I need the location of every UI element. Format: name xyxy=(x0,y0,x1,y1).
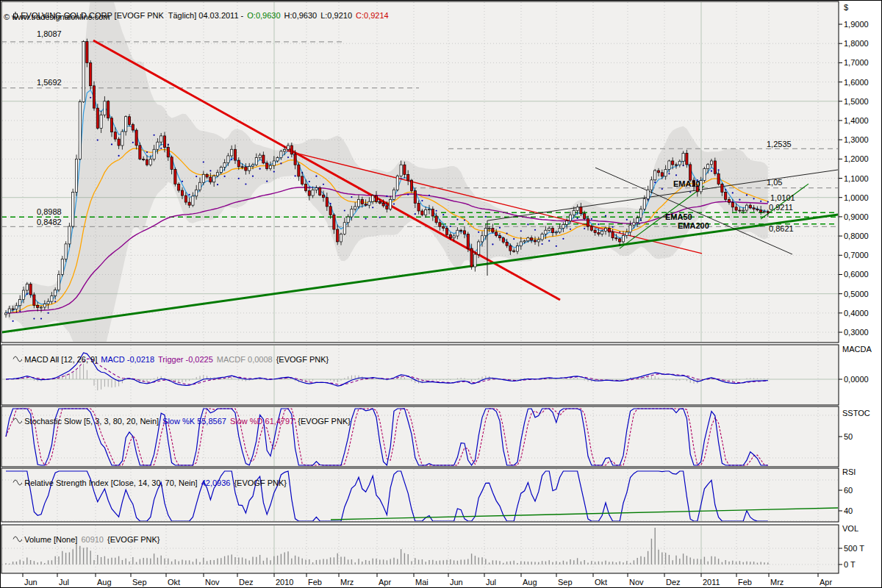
macd-trigger-value: Trigger -0,0225 xyxy=(158,355,213,364)
stochastic-d-value: Slow %D 61,4797 xyxy=(230,417,294,426)
panel-tick-label: 0 T xyxy=(844,560,856,569)
price-level-label: 0,8482 xyxy=(37,218,62,226)
panel-tick-label: 60 xyxy=(844,486,853,495)
month-tick-label: 2011 xyxy=(703,578,720,587)
price-level-label: 0,8988 xyxy=(37,207,62,216)
panel-tick-label: 50 xyxy=(844,432,853,441)
month-tick-label: Jul xyxy=(486,578,496,587)
price-tick-label: 0,4000 xyxy=(844,309,869,318)
macd-value: MACD -0,0218 xyxy=(101,355,154,364)
price-tick-label: 0,8000 xyxy=(844,232,869,240)
ema-label: EMA50 xyxy=(665,212,692,221)
price-tick-label: 0,7000 xyxy=(844,251,869,259)
indicator-wave-icon xyxy=(12,478,22,487)
price-tick-label: 1,8000 xyxy=(844,39,869,48)
price-tick-label: 1,3000 xyxy=(844,135,869,144)
month-tick-label: Sep xyxy=(132,578,147,587)
volume-value: 60910 xyxy=(81,535,104,544)
month-tick-label: Apr xyxy=(379,578,391,587)
panel-axis-name: VOL xyxy=(842,524,858,533)
panel-axis-name: RSI xyxy=(842,467,856,476)
month-tick-label: Dez xyxy=(239,578,254,587)
chart-canvas[interactable]: 1,80871,56921,25351,051,01010,92110,8988… xyxy=(0,0,882,588)
price-tick-label: 1,5000 xyxy=(844,97,869,106)
rsi-panel-header[interactable]: Relative Strength Index [Close, 14, 30, … xyxy=(4,470,290,496)
macd-symbol: {EVOGF PNK} xyxy=(276,355,329,364)
month-tick-label: 2010 xyxy=(276,578,293,587)
rsi-symbol: {EVOGF PNK} xyxy=(234,478,287,487)
month-tick-label: Sep xyxy=(558,578,573,587)
panel-tick-label: 0,0000 xyxy=(844,375,869,384)
stochastic-symbol: {EVOGF PNK} xyxy=(298,417,351,426)
month-tick-label: Mai xyxy=(415,578,429,587)
ema-label: EMA200 xyxy=(678,221,709,230)
month-tick-label: Dez xyxy=(666,578,681,587)
price-level-label: 1,2535 xyxy=(767,140,792,148)
price-tick-label: 1,2000 xyxy=(844,154,869,163)
rsi-name: Relative Strength Index [Close, 14, 30, … xyxy=(24,478,197,487)
month-tick-label: Apr xyxy=(820,578,832,587)
price-tick-label: 0,5000 xyxy=(844,290,869,298)
month-tick-label: Aug xyxy=(97,578,112,587)
month-tick-label: Okt xyxy=(168,578,180,587)
month-tick-label: Okt xyxy=(595,578,607,587)
price-tick-label: 1,4000 xyxy=(844,116,869,125)
price-tick-label: 1,7000 xyxy=(844,58,869,67)
price-tick-label: 1,0000 xyxy=(844,193,869,202)
price-level-label: 1,8087 xyxy=(37,29,62,38)
indicator-wave-icon xyxy=(12,417,22,426)
price-tick-label: 0,9000 xyxy=(844,212,869,221)
copyright-line: © www.tradesignalonline.com xyxy=(4,12,110,21)
panel-tick-label: 500 T xyxy=(844,544,864,553)
price-tick-label: 1,1000 xyxy=(844,174,869,183)
month-tick-label: Aug xyxy=(523,578,537,587)
month-tick-label: Mrz xyxy=(340,578,354,587)
volume-name: Volume [None] xyxy=(24,535,77,544)
chart-window: 1,80871,56921,25351,051,01010,92110,8988… xyxy=(0,0,882,588)
stochastic-k-value: Slow %K 55,8567 xyxy=(162,417,226,426)
month-tick-label: Jul xyxy=(59,578,69,587)
price-level-label: 0,8621 xyxy=(769,224,794,233)
price-tick-label: 1,9000 xyxy=(844,20,869,29)
stochastic-panel-header[interactable]: Stochastic Slow [5, 3, 3, 80, 20, Nein]S… xyxy=(4,408,354,434)
macd-panel-header[interactable]: MACD All [12, 26, 9]MACD -0,0218Trigger … xyxy=(4,346,332,373)
price-level-label: 0,9211 xyxy=(769,203,793,212)
price-tick-label: 0,3000 xyxy=(844,328,869,337)
low-value: L:0,9210 xyxy=(320,11,352,20)
currency-axis-label: $ xyxy=(844,3,848,12)
price-level-label: 1,05 xyxy=(767,178,782,187)
price-tick-label: 0,6000 xyxy=(844,270,869,279)
month-tick-label: Nov xyxy=(205,578,220,587)
panel-axis-name: MACDA xyxy=(842,345,872,354)
high-value: H:0,9630 xyxy=(284,11,318,20)
macd-name: MACD All [12, 26, 9] xyxy=(24,355,97,364)
rsi-value: 42,0936 xyxy=(201,478,231,487)
open-value: O:0,9630 xyxy=(247,11,280,20)
macdf-value: MACDF 0,0008 xyxy=(217,355,273,364)
price-level-label: 1,0101 xyxy=(770,193,795,202)
month-tick-label: Nov xyxy=(629,578,644,587)
month-tick-label: Mrz xyxy=(770,578,784,587)
month-tick-label: Jun xyxy=(24,578,37,587)
month-tick-label: Jun xyxy=(450,578,463,587)
stochastic-name: Stochastic Slow [5, 3, 3, 80, 20, Nein] xyxy=(24,417,159,426)
panel-axis-name: SSTOC xyxy=(842,409,870,417)
panel-tick-label: 40 xyxy=(844,506,853,515)
volume-panel-header[interactable]: Volume [None]60910{EVOGF PNK} xyxy=(4,526,164,553)
close-value: C:0,9214 xyxy=(356,11,389,20)
indicator-wave-icon xyxy=(12,355,22,364)
indicator-wave-icon xyxy=(12,535,22,544)
month-tick-label: Feb xyxy=(308,578,322,587)
price-tick-label: 1,6000 xyxy=(844,78,869,87)
ema-label: EMA10 xyxy=(673,179,700,188)
price-level-label: 1,5692 xyxy=(37,78,62,87)
month-tick-label: Feb xyxy=(738,578,752,587)
volume-symbol: {EVOGF PNK} xyxy=(107,535,160,544)
